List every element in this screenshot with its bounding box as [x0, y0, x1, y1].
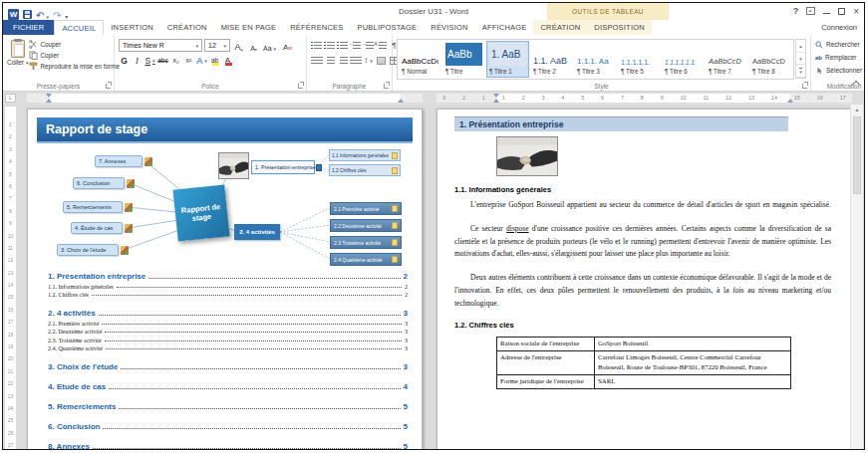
align-center-button[interactable]	[324, 55, 335, 67]
ribbon-tab[interactable]: INSERTION	[104, 20, 160, 35]
superscript-button[interactable]: x²	[183, 54, 194, 67]
diagram-node[interactable]: 4. Étude de cas	[71, 222, 123, 234]
style-item[interactable]: 1. AaB ¶ Titre 1	[486, 41, 529, 78]
toc-entry[interactable]: 2.3. Troisième activité 3	[48, 338, 408, 343]
save-icon[interactable]	[23, 10, 32, 19]
diagram-node[interactable]: 6. Conclusion	[73, 177, 125, 189]
ribbon-tab[interactable]: CRÉATION	[533, 20, 587, 35]
page-2[interactable]: 1. Présentation entreprise 1.1. Informat…	[436, 109, 852, 450]
style-item[interactable]: 1.1.1.1.1.1: ¶ Titre 6	[662, 41, 705, 78]
bullets-button[interactable]	[311, 40, 322, 52]
font-size-combo[interactable]: 12	[204, 39, 230, 52]
subscript-button[interactable]: x₂	[170, 54, 181, 67]
style-item[interactable]: 1.1.1.1.1. ¶ Titre 5	[618, 41, 661, 78]
diagram-node-activities[interactable]: 2. 4 activités	[234, 224, 280, 240]
strikethrough-button[interactable]: abc	[157, 54, 168, 67]
decrease-indent-button[interactable]	[350, 40, 361, 52]
style-item[interactable]: AaBbCcD ¶ Titre 7	[706, 41, 748, 78]
gallery-up-icon[interactable]	[796, 40, 805, 53]
ribbon-tab[interactable]: MISE EN PAGE	[214, 20, 284, 35]
indent-marker[interactable]	[46, 99, 52, 103]
shading-button[interactable]	[376, 55, 387, 67]
diagram-subnode[interactable]: 2.4 Quatrième activité	[330, 253, 402, 266]
help-icon[interactable]: ?	[793, 6, 799, 16]
tab-selector[interactable]: L	[5, 94, 16, 103]
line-spacing-button[interactable]	[363, 55, 374, 67]
ribbon-tab[interactable]: RÉFÉRENCES	[283, 20, 350, 35]
numbering-button[interactable]	[324, 40, 335, 52]
toc-entry[interactable]: 3. Choix de l'étude 3	[48, 362, 408, 371]
style-item[interactable]: 1.1.1. Aa ¶ Titre 3	[574, 41, 617, 78]
table-row[interactable]: Forme juridique de l'entreprise SARL	[497, 374, 791, 388]
ribbon-tab[interactable]: PUBLIPOSTAGE	[351, 20, 425, 35]
cut-button[interactable]: Couper	[29, 40, 120, 49]
page-1[interactable]: Rapport de stage	[27, 109, 423, 450]
diagram-node-presentation[interactable]: 1. Présentation entreprise	[251, 160, 315, 174]
scroll-up-icon[interactable]	[851, 105, 863, 115]
toc-entry[interactable]: 8. Annexes 5	[48, 442, 408, 450]
diagram-node[interactable]: 7. Annexes	[95, 155, 143, 167]
ribbon-options-icon[interactable]	[806, 7, 815, 15]
indent-marker[interactable]	[493, 99, 499, 103]
sort-button[interactable]	[376, 40, 387, 52]
italic-button[interactable]: I	[132, 54, 143, 67]
toc-entry[interactable]: 6. Conclusion 5	[48, 422, 408, 431]
font-color-button[interactable]	[222, 54, 233, 67]
clear-formatting-button[interactable]	[279, 39, 292, 52]
font-dialog-launcher-icon[interactable]	[298, 84, 303, 89]
grow-font-button[interactable]	[232, 39, 245, 52]
align-left-button[interactable]	[311, 55, 322, 67]
diagram-node[interactable]: 5. Remerciements	[63, 201, 123, 213]
replace-button[interactable]: Remplacer	[815, 51, 865, 64]
font-name-combo[interactable]: Times New R	[119, 39, 202, 52]
handshake-photo[interactable]	[496, 136, 558, 176]
multilevel-list-button[interactable]	[337, 40, 348, 52]
maximize-icon[interactable]	[838, 8, 845, 15]
ribbon-tab[interactable]: ACCUEIL	[54, 20, 104, 35]
toc-entry[interactable]: 2.4. Quatrième activité 3	[48, 345, 408, 351]
style-item[interactable]: AaBbCcDd ¶ Normal	[399, 41, 441, 78]
table-row[interactable]: Adresse de l'entreprise Carrefour Limoge…	[497, 351, 791, 375]
gallery-down-icon[interactable]	[796, 53, 805, 66]
toc-entry[interactable]: 1.2. Chiffres clés 2	[48, 292, 408, 298]
toc-entry[interactable]: 1.1. Informations générales 2	[48, 284, 408, 290]
toc-entry[interactable]: 4. Etude de cas 4	[48, 382, 408, 391]
ribbon-tab[interactable]: CRÉATION	[160, 20, 214, 35]
text-effects-button[interactable]	[196, 54, 207, 67]
handshake-photo-thumb[interactable]	[218, 152, 249, 179]
justify-button[interactable]	[350, 55, 361, 67]
ribbon-tab[interactable]: FICHIER	[3, 20, 54, 35]
gallery-more-icon[interactable]	[796, 65, 805, 78]
ribbon-tab[interactable]: AFFICHAGE	[475, 20, 534, 35]
style-item[interactable]: 1.1. AaB ¶ Titre 2	[530, 41, 573, 78]
table-row[interactable]: Raison sociale de l'entreprise GoSport B…	[497, 338, 791, 351]
diagram-subnode[interactable]: 1.1 Informations générales	[329, 149, 401, 161]
diagram-center-node[interactable]: Rapport de stage	[172, 184, 229, 241]
minimize-icon[interactable]	[823, 8, 830, 15]
toc-entry[interactable]: 1. Présentation entreprise 2	[48, 272, 408, 281]
sign-in-link[interactable]: Connexion	[821, 20, 857, 35]
ribbon-tab[interactable]: DISPOSITION	[587, 20, 652, 35]
style-item[interactable]: AaBb ¶ Titre	[442, 41, 485, 78]
find-button[interactable]: Rechercher	[815, 38, 865, 51]
diagram-node[interactable]: 3. Choix de l'étude	[57, 244, 119, 256]
underline-button[interactable]: S	[145, 54, 155, 67]
indent-marker[interactable]	[493, 94, 499, 98]
diagram-subnode[interactable]: 2.3 Troisième activité	[330, 236, 402, 249]
toc-entry[interactable]: 2.1. Première activité 3	[48, 321, 408, 327]
diagram-subnode[interactable]: 2.2 Deuxième activité	[330, 219, 402, 232]
shrink-font-button[interactable]	[247, 39, 260, 52]
copy-button[interactable]: Copier	[29, 51, 120, 60]
diagram-subnode[interactable]: 1.2 Chiffres clés	[329, 164, 401, 176]
indent-marker[interactable]	[787, 99, 793, 103]
word-logo[interactable]: W	[8, 9, 19, 20]
scrollbar-thumb[interactable]	[853, 116, 861, 194]
ribbon-tab[interactable]: RÉVISION	[424, 20, 474, 35]
increase-indent-button[interactable]	[363, 40, 374, 52]
paragraph-dialog-launcher-icon[interactable]	[384, 84, 389, 89]
clipboard-dialog-launcher-icon[interactable]	[106, 84, 111, 89]
styles-dialog-launcher-icon[interactable]	[802, 84, 807, 89]
toc-entry[interactable]: 2.2. Deuxième activité 3	[48, 329, 408, 335]
close-icon[interactable]: ×	[853, 7, 859, 16]
diagram-subnode[interactable]: 2.1 Première activité	[330, 202, 402, 215]
